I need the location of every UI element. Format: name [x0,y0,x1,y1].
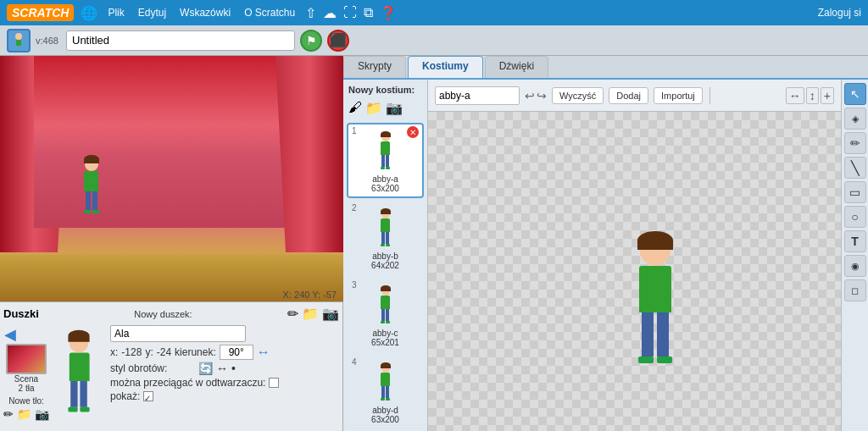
login-button[interactable]: Zaloguj si [818,7,861,19]
help-icon[interactable]: ❓ [380,5,397,21]
svg-point-0 [15,33,22,40]
y-value: -24 [157,346,171,358]
clear-button[interactable]: Wyczyść [552,87,604,104]
flip-v-icon[interactable]: ↕ [806,87,819,104]
stage-sprite [68,157,114,259]
redo-button[interactable]: ↪ [537,89,547,102]
add-button[interactable]: Dodaj [609,87,648,104]
cloud-icon[interactable]: ☁ [323,5,337,21]
stop-button[interactable]: ⬛ [327,30,349,52]
prev-scene-arrow[interactable]: ◀ [4,326,16,343]
costume-label-3: abby-c [372,329,398,338]
main-content: X: 240 Y: -57 Duszki Nowy duszek: ✏ 📁 📷 … [0,56,868,431]
pencil-tool[interactable]: ✏ [844,132,866,154]
costume-del-1[interactable]: ✕ [407,126,419,138]
duszki-title: Duszki [3,307,39,320]
costume-sidebar-header: Nowy kostium: [343,83,427,98]
text-tool[interactable]: T [844,230,866,252]
zoom-in-icon[interactable]: + [821,87,834,104]
costume-item-1[interactable]: 1 ✕ abby-a 63x200 [347,123,424,198]
ellipse-tool[interactable]: ○ [844,206,866,228]
curtain-right [275,56,343,252]
x-value: -128 [121,346,142,358]
tab-kostiumy[interactable]: Kostiumy [408,56,483,78]
przec-label: można przeciągać w odtwarzaczu: [110,377,265,389]
nowe-tlo-label: Nowe tło: [8,396,44,406]
duszek-file-icon[interactable]: 📁 [302,306,319,322]
y-label: y: [145,346,153,358]
costume-item-3[interactable]: 3 abby-c 65x201 [347,277,424,352]
kierunek-input[interactable] [220,345,253,360]
eraser-tool[interactable]: ◻ [844,279,866,301]
duszek-camera-icon[interactable]: 📷 [322,306,339,322]
sprite-size-label: v:468 [36,36,61,46]
menu-plik[interactable]: Plik [104,5,127,20]
stage[interactable]: X: 240 Y: -57 [0,56,343,301]
nowy-duszek-label: Nowy duszek: [134,309,192,319]
bg-camera-icon[interactable]: 📷 [35,407,49,421]
fill-tool[interactable]: ◉ [844,255,866,277]
costume-paint-icon[interactable]: 🖌 [348,100,362,116]
zoom-icons: ↔ ↕ + [786,87,834,104]
costume-sidebar: Nowy kostium: 🖌 📁 📷 1 ✕ [343,80,428,431]
import-button[interactable]: Importuj [654,87,703,104]
costume-size-4: 63x200 [371,415,399,424]
expand-icon[interactable]: ⛶ [343,5,357,20]
menu-wskazowki[interactable]: Wskazówki [176,5,234,20]
green-flag-button[interactable]: ⚑ [300,30,322,52]
rect-tool[interactable]: ▭ [844,181,866,203]
project-title-input[interactable] [66,30,295,51]
costume-editor: ↩ ↪ Wyczyść Dodaj Importuj ↔ ↕ + [428,80,841,431]
upload-icon[interactable]: ⇧ [305,5,316,21]
cursor-tool[interactable]: ↖ [844,83,866,105]
duszki-icons: ✏ 📁 📷 [287,306,339,322]
duszki-content: ◀ Scena 2 tła Nowe tło: ✏ 📁 📷 [3,325,339,421]
tab-dzwieki[interactable]: Dźwięki [485,56,548,78]
rotate-none-icon[interactable]: • [231,362,236,375]
costume-size-2: 64x202 [371,261,399,270]
menu-o-scratchu[interactable]: O Scratchu [241,5,298,20]
toolbar: v:468 ⚑ ⬛ [0,25,868,56]
line-tool[interactable]: ╲ [844,157,866,179]
costume-label-1: abby-a [372,174,398,184]
costume-thumb-3 [368,282,403,329]
new-bg-area: Nowe tło: [8,396,44,406]
pokaz-checkbox[interactable] [143,391,153,401]
left-panel: X: 240 Y: -57 Duszki Nowy duszek: ✏ 📁 📷 … [0,56,343,431]
rotate-lr-icon[interactable]: ↔ [216,362,228,375]
styl-row: styl obrotów: 🔄 ↔ • [110,362,339,375]
costume-thumb-4 [368,359,403,406]
duszki-panel: Duszki Nowy duszek: ✏ 📁 📷 ◀ Scena 2 tła [0,301,342,431]
tab-skrypty[interactable]: Skrypty [343,56,406,78]
przec-checkbox[interactable] [269,378,279,388]
flip-icon[interactable]: ↔ [257,345,270,360]
toolbar-separator [709,87,710,104]
bg-file-icon[interactable]: 📁 [17,407,31,421]
duszek-paint-icon[interactable]: ✏ [287,306,298,322]
pokaz-label: pokaż: [110,390,140,402]
scene-thumbnail[interactable] [6,344,47,374]
menu-edytuj[interactable]: Edytuj [135,5,170,20]
globe-icon[interactable]: 🌐 [81,5,97,21]
undo-button[interactable]: ↩ [525,89,535,102]
scratch-logo: SCRATCH [7,4,74,21]
canvas-area[interactable] [428,112,841,431]
flip-h-icon[interactable]: ↔ [786,87,804,104]
costume-item-2[interactable]: 2 abby-b 64x202 [347,200,424,275]
costume-name-input[interactable] [435,86,520,105]
copy-icon[interactable]: ⧉ [364,5,373,20]
sprite-thumbnail-icon[interactable] [7,29,31,52]
costume-num-2: 2 [352,203,357,213]
drawing-tools: ↖ ◈ ✏ ╲ ▭ ○ T ◉ ◻ [841,80,868,431]
sprite-name-row [110,325,339,342]
bg-paint-icon[interactable]: ✏ [3,407,14,421]
costume-area: Nowy kostium: 🖌 📁 📷 1 ✕ [343,80,868,431]
costume-item-4[interactable]: 4 abby-d 63x200 [347,354,424,429]
sprite-name-input[interactable] [110,325,246,342]
reshape-tool[interactable]: ◈ [844,108,866,130]
costume-camera-icon[interactable]: 📷 [386,100,403,116]
costume-file-icon[interactable]: 📁 [365,100,382,116]
costume-label-4: abby-d [372,406,398,415]
sprite-thumbnail [58,325,100,384]
rotate-all-icon[interactable]: 🔄 [198,362,213,375]
